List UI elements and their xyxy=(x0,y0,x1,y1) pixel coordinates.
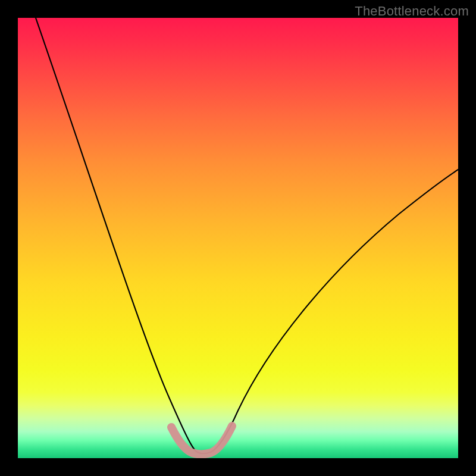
plot-area xyxy=(18,18,458,458)
chart-frame: TheBottleneck.com xyxy=(0,0,476,476)
optimal-band xyxy=(171,426,232,454)
bottleneck-curve xyxy=(36,18,458,453)
chart-svg xyxy=(18,18,458,458)
watermark-text: TheBottleneck.com xyxy=(355,4,469,19)
